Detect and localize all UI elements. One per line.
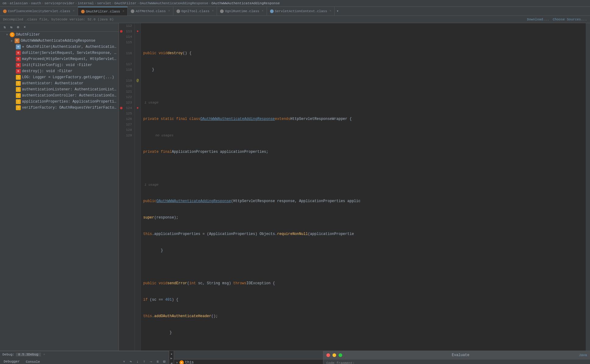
line-num-129: 129 bbox=[119, 133, 134, 138]
debugger-side-icon[interactable]: ▸ bbox=[170, 352, 173, 355]
class-icon: C bbox=[15, 38, 20, 43]
choose-sources-link[interactable]: Choose Sources... bbox=[553, 18, 587, 21]
tab-debugger[interactable]: Debugger bbox=[2, 359, 22, 364]
tab-label: ASTMethod.class bbox=[136, 9, 166, 13]
line-num-127: 127 bbox=[119, 122, 134, 127]
code-content[interactable]: public void destroy() { } 1 usage privat… bbox=[141, 23, 586, 351]
gutter-cell: ● bbox=[135, 105, 140, 111]
var-label: this bbox=[185, 360, 321, 364]
code-line-120: super(response); bbox=[143, 215, 583, 220]
tab-confluence[interactable]: ConfluenceVelocityServlet.class × bbox=[0, 7, 78, 16]
breadcrumb-item[interactable]: oauth bbox=[31, 2, 41, 5]
tab-ognlruntime[interactable]: OgnlRuntime.class × bbox=[217, 7, 267, 16]
tab-oauthfilter[interactable]: OAuthFilter.class × bbox=[78, 7, 128, 16]
field-icon: ! bbox=[16, 81, 21, 86]
line-num-125: 125 bbox=[119, 111, 134, 116]
tree-item-mayproceed[interactable]: m mayProceed(HttpServletRequest, HttpSer… bbox=[0, 56, 119, 62]
var-row-this[interactable]: ▶ ● this bbox=[174, 359, 323, 364]
traffic-light-green[interactable] bbox=[339, 353, 342, 357]
breadcrumb-item[interactable]: OAuthFilter bbox=[114, 2, 137, 5]
tree-item-authcontroller[interactable]: ! authenticationController: Authenticati… bbox=[0, 93, 119, 99]
tab-icon-ognitool bbox=[176, 9, 180, 13]
breadcrumb-item[interactable]: atlassian bbox=[10, 2, 28, 5]
side-btn-1[interactable]: ⊳ bbox=[170, 357, 172, 360]
gutter-icons: ● @ ● bbox=[135, 23, 141, 351]
breadcrumb-item[interactable]: internal bbox=[78, 2, 94, 5]
tab-close-astmethod[interactable]: × bbox=[168, 9, 170, 13]
gutter-cell bbox=[135, 34, 140, 40]
tree-item-authenticator[interactable]: ! authenticator: Authenticator bbox=[0, 80, 119, 86]
gutter-cell bbox=[135, 67, 140, 72]
traffic-light-yellow[interactable] bbox=[332, 353, 336, 357]
decompile-message: Decompiled .class file, bytecode version… bbox=[3, 18, 114, 21]
close-sidebar-btn[interactable]: × bbox=[22, 25, 27, 30]
tab-ognitool[interactable]: OgnlTool.class × bbox=[173, 7, 217, 16]
tab-overflow[interactable]: ▾ bbox=[335, 7, 340, 16]
breadcrumb-item[interactable]: serviceprovider bbox=[44, 2, 74, 5]
tab-label: ServletActionContext.class bbox=[275, 9, 327, 13]
tree-item-oauthwww[interactable]: ▶ C OAuthWWWAuthenticateAddingResponse bbox=[0, 38, 119, 44]
settings-btn[interactable]: ⚙ bbox=[15, 25, 21, 30]
traffic-light-red[interactable] bbox=[326, 353, 330, 357]
gutter-cell bbox=[135, 40, 140, 45]
usage-label-1: 1 usage bbox=[143, 100, 583, 105]
tab-label: OAuthFilter.class bbox=[86, 10, 120, 13]
tab-close-confluence[interactable]: × bbox=[73, 9, 75, 13]
tree-expand-icon: ▼ bbox=[6, 33, 10, 37]
debug-session-label[interactable]: 8.5.3Debug bbox=[16, 353, 41, 356]
tree-item-destroy[interactable]: m destroy(): void ↑Filter bbox=[0, 68, 119, 74]
tree-item-constructor[interactable]: m ● OAuthFilter(Authenticator, Authentic… bbox=[0, 44, 119, 50]
debug-icons: ▿ ↷ ↓ ↑ → ≡ ⊟ bbox=[121, 359, 167, 364]
tab-close-ognlruntime[interactable]: × bbox=[262, 9, 264, 13]
tab-close-servletaction[interactable]: × bbox=[329, 9, 331, 13]
breadcrumb-item[interactable]: servlet bbox=[97, 2, 111, 5]
scrollbar-gutter bbox=[586, 23, 590, 351]
expand-arrow: ▶ bbox=[176, 361, 179, 364]
tree-item-appprops[interactable]: ! applicationProperties: ApplicationProp… bbox=[0, 99, 119, 105]
tab-servletaction[interactable]: ServletActionContext.class × bbox=[267, 7, 335, 16]
no-usage-label: no usages bbox=[143, 133, 583, 138]
filter-icon[interactable]: ▿ bbox=[121, 359, 127, 364]
breadcrumb-item[interactable]: OAuthWWWAuthenticateAddingResponse bbox=[140, 2, 208, 5]
expand-btn[interactable]: ⇆ bbox=[9, 25, 14, 30]
code-editor: 112 113 114 115 116 117 118 119 120 121 … bbox=[119, 23, 590, 351]
breadcrumb-item[interactable]: om bbox=[2, 2, 6, 5]
sidebar-toolbar: ⇅ ⇆ ⚙ × bbox=[0, 23, 119, 32]
tree-item-root[interactable]: ▼ C OAuthFilter bbox=[0, 32, 119, 38]
tree-item-log[interactable]: ! LOG: Logger = LoggerFactory.getLogger(… bbox=[0, 74, 119, 80]
code-line-126: this.addOAuthAuthenticateHeader(); bbox=[143, 313, 583, 319]
code-line-127: } bbox=[143, 330, 583, 335]
tree-item-dofilter[interactable]: m doFilter(ServletRequest, ServletRespon… bbox=[0, 50, 119, 56]
breakpoint-icon[interactable]: ● bbox=[137, 106, 139, 110]
close-debug-session[interactable]: × bbox=[43, 353, 45, 356]
tree-item-verifyfactory[interactable]: ! verifierFactory: OAuthRequestVerifierF… bbox=[0, 105, 119, 111]
tab-icon-oauthfilter bbox=[81, 10, 85, 13]
tab-close-oauthfilter[interactable]: × bbox=[123, 10, 124, 13]
code-scroll[interactable]: 112 113 114 115 116 117 118 119 120 121 … bbox=[119, 23, 590, 351]
step-out-icon[interactable]: ↑ bbox=[141, 359, 147, 364]
code-line-115 bbox=[143, 83, 583, 89]
side-btn-2[interactable]: ⊲ bbox=[170, 362, 172, 364]
tab-close-ognitool[interactable]: × bbox=[212, 9, 214, 13]
tree-item-init[interactable]: m init(FilterConfig): void ↑Filter bbox=[0, 62, 119, 68]
method-icon: m bbox=[16, 57, 21, 61]
evaluate-icon[interactable]: ≡ bbox=[155, 359, 160, 364]
step-over-icon[interactable]: ↷ bbox=[128, 359, 133, 364]
step-into-icon[interactable]: ↓ bbox=[135, 359, 140, 364]
info-bar-links: Download... Choose Sources... bbox=[527, 18, 587, 21]
collapse-all-btn[interactable]: ⇅ bbox=[2, 25, 7, 30]
tab-label: OgnlTool.class bbox=[181, 9, 209, 13]
breakpoint-icon[interactable]: ● bbox=[137, 29, 139, 33]
line-num-114: 114 bbox=[119, 34, 134, 40]
download-link[interactable]: Download... bbox=[527, 18, 549, 21]
tree-item-authlistener[interactable]: ! authenticationListener: Authentication… bbox=[0, 86, 119, 93]
tab-console[interactable]: Console bbox=[24, 359, 42, 364]
tab-astmethod[interactable]: ASTMethod.class × bbox=[128, 7, 173, 16]
run-to-cursor-icon[interactable]: → bbox=[148, 359, 154, 364]
code-line-124: public void sendError(int sc, String msg… bbox=[143, 281, 583, 286]
frames-icon[interactable]: ⊟ bbox=[162, 359, 167, 364]
evaluate-title: Evaluate bbox=[345, 353, 577, 357]
gutter-cell bbox=[135, 51, 140, 56]
line-num-122: 122 bbox=[119, 94, 134, 100]
line-num-115: 115 bbox=[119, 40, 134, 45]
